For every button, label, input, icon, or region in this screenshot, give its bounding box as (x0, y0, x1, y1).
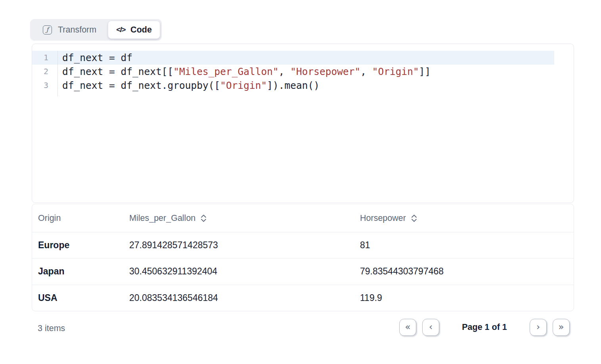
tab-transform-label: Transform (58, 25, 96, 35)
code-line-content: df_next = df_next[["Miles_per_Gallon", "… (58, 65, 431, 79)
code-line-content: df_next = df_next.groupby(["Origin"]).me… (58, 79, 320, 92)
tab-code-label: Code (130, 25, 152, 35)
table-row: Europe 27.891428571428573 81 (32, 232, 574, 258)
column-header-miles-per-gallon[interactable]: Miles_per_Gallon (129, 213, 360, 223)
tab-transform[interactable]: ƒ Transform (32, 21, 108, 39)
cell-miles-per-gallon: 20.083534136546184 (129, 293, 360, 303)
code-editor[interactable]: 1 df_next = df 2 df_next = df_next[["Mil… (32, 44, 574, 203)
table-row: Japan 30.450632911392404 79.835443037974… (32, 258, 574, 284)
chevrons-right-icon: » (558, 322, 564, 331)
view-toggle: ƒ Transform </> Code (30, 19, 162, 40)
chevrons-left-icon: « (405, 322, 410, 331)
prev-page-button[interactable]: ‹ (422, 319, 439, 336)
cell-horsepower: 81 (360, 240, 574, 251)
last-page-button[interactable]: » (553, 319, 570, 336)
table-row: USA 20.083534136546184 119.9 (32, 285, 574, 311)
chevron-right-icon: › (536, 322, 540, 331)
line-number: 2 (32, 65, 58, 79)
page-indicator: Page 1 of 1 (439, 322, 530, 332)
cell-origin: USA (32, 293, 129, 303)
app: ƒ Transform </> Code 1 df_next = df 2 df… (0, 0, 601, 364)
code-line-content: df_next = df (58, 51, 132, 65)
cell-miles-per-gallon: 27.891428571428573 (129, 240, 360, 251)
function-icon: ƒ (43, 25, 52, 34)
cell-origin: Japan (32, 266, 129, 277)
cell-horsepower: 79.83544303797468 (360, 266, 574, 277)
tab-code[interactable]: </> Code (108, 21, 160, 39)
sort-icon[interactable] (201, 214, 207, 222)
first-page-button[interactable]: « (399, 319, 416, 336)
cell-origin: Europe (32, 240, 129, 251)
column-header-origin: Origin (32, 213, 129, 223)
next-page-button[interactable]: › (530, 319, 547, 336)
results-table: Origin Miles_per_Gallon Horsepower (32, 204, 574, 311)
items-count: 3 items (38, 324, 65, 333)
chevron-left-icon: ‹ (429, 322, 433, 331)
gutter-divider (32, 92, 58, 96)
code-line[interactable]: 2 df_next = df_next[["Miles_per_Gallon",… (32, 65, 554, 79)
line-number: 1 (32, 51, 58, 65)
code-line[interactable]: 3 df_next = df_next.groupby(["Origin"]).… (32, 79, 554, 92)
cell-horsepower: 119.9 (360, 293, 574, 303)
table-header-row: Origin Miles_per_Gallon Horsepower (32, 204, 574, 232)
sort-icon[interactable] (411, 214, 417, 222)
line-number: 3 (32, 79, 58, 92)
cell-miles-per-gallon: 30.450632911392404 (129, 266, 360, 277)
column-header-horsepower[interactable]: Horsepower (360, 213, 574, 223)
code-line[interactable]: 1 df_next = df (32, 51, 554, 65)
pagination: « ‹ Page 1 of 1 › » (399, 319, 570, 336)
code-icon: </> (116, 25, 125, 34)
